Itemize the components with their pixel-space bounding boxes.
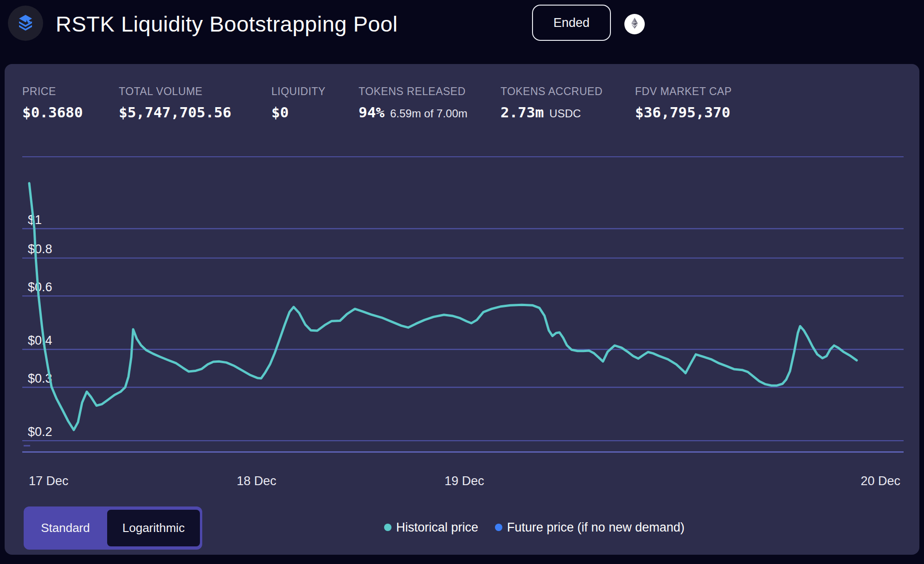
ethereum-icon (629, 17, 641, 31)
legend-label: Future price (if no new demand) (507, 520, 685, 535)
stat-label: FDV MARKET CAP (635, 85, 732, 97)
stat-value: $0 (271, 104, 289, 121)
stat-label: TOTAL VOLUME (119, 85, 231, 97)
x-axis-label: 18 Dec (237, 474, 276, 488)
network-button[interactable] (624, 14, 645, 34)
y-axis-label: $0.6 (28, 280, 52, 294)
legend-dot-icon (384, 524, 391, 531)
legend-item-future[interactable]: Future price (if no new demand) (495, 520, 685, 535)
page-title: RSTK Liquidity Bootstrapping Pool (56, 7, 398, 41)
stat-value: 94% (359, 104, 385, 121)
stat-liquidity: LIQUIDITY $0 (271, 85, 326, 121)
y-axis-label: $0.2 (28, 425, 52, 439)
stat-label: TOKENS RELEASED (359, 85, 468, 97)
stat-label: LIQUIDITY (271, 85, 326, 97)
y-axis-label: $0.8 (28, 242, 52, 256)
stat-suffix: 6.59m of 7.00m (390, 107, 468, 120)
stats-row: PRICE $0.3680TOTAL VOLUME $5,747,705.56L… (5, 85, 919, 136)
status-badge[interactable]: Ended (532, 5, 611, 41)
page: { "header": { "title": "RSTK Liquidity B… (0, 0, 924, 564)
legend-dot-icon (495, 524, 502, 531)
chart-legend: Historical priceFuture price (if no new … (384, 519, 685, 536)
stat-total-volume: TOTAL VOLUME $5,747,705.56 (119, 85, 231, 121)
stat-price: PRICE $0.3680 (22, 85, 83, 121)
x-axis-label: 17 Dec (29, 474, 69, 488)
scale-option-logarithmic[interactable]: Logarithmic (107, 510, 200, 546)
stat-tokens-accrued: TOKENS ACCRUED 2.73mUSDC (500, 85, 603, 121)
series-historical-price (29, 183, 857, 430)
stat-fdv-market-cap: FDV MARKET CAP $36,795,370 (635, 85, 732, 121)
y-axis-label: $0.4 (28, 333, 52, 347)
x-axis-labels: 17 Dec18 Dec19 Dec20 Dec (22, 474, 904, 489)
stat-value: 2.73m (500, 104, 544, 121)
stat-suffix: USDC (549, 107, 581, 120)
x-axis-label: 20 Dec (860, 474, 900, 488)
stat-value: $5,747,705.56 (119, 104, 231, 121)
app-header: RSTK Liquidity Bootstrapping Pool Ended (0, 0, 924, 59)
stat-tokens-released: TOKENS RELEASED 94%6.59m of 7.00m (359, 85, 468, 121)
legend-item-historical[interactable]: Historical price (384, 520, 478, 535)
stat-value: $36,795,370 (635, 104, 730, 121)
scale-toggle: StandardLogarithmic (24, 506, 202, 550)
stacked-layers-r-icon (14, 11, 37, 35)
pool-logo[interactable] (8, 6, 43, 41)
pool-panel: PRICE $0.3680TOTAL VOLUME $5,747,705.56L… (5, 64, 919, 555)
price-chart[interactable]: $1$0.8$0.6$0.4$0.3$0.2 (22, 156, 904, 453)
stat-label: TOKENS ACCRUED (500, 85, 603, 97)
x-axis-label: 19 Dec (444, 474, 484, 488)
stat-value: $0.3680 (22, 104, 83, 121)
scale-option-standard[interactable]: Standard (24, 506, 107, 550)
stat-label: PRICE (22, 85, 83, 97)
legend-label: Historical price (396, 520, 478, 535)
